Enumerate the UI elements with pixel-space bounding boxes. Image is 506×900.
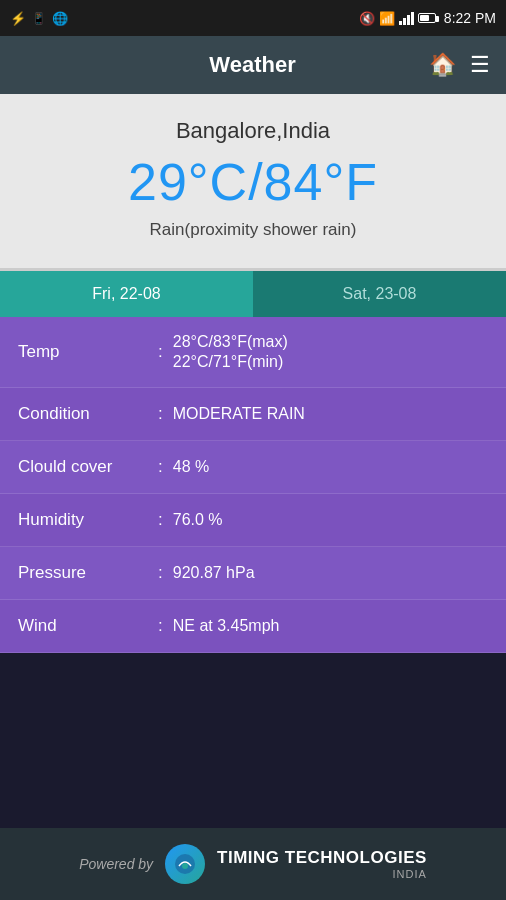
table-row: Humidity : 76.0 %: [0, 494, 506, 547]
globe-icon: 🌐: [52, 11, 68, 26]
temp-min: 22°C/71°F(min): [173, 353, 288, 371]
brand-info: Timing Technologies INDIA: [217, 848, 427, 880]
row-sep-wind: :: [158, 616, 163, 636]
row-sep-temp: :: [158, 342, 163, 362]
temp-max: 28°C/83°F(max): [173, 333, 288, 351]
tab-fri-label: Fri, 22-08: [92, 285, 160, 303]
powered-by-label: Powered by: [79, 856, 153, 872]
row-sep-pressure: :: [158, 563, 163, 583]
weather-data-table: Temp : 28°C/83°F(max) 22°C/71°F(min) Con…: [0, 317, 506, 653]
row-label-pressure: Pressure: [18, 563, 158, 583]
wifi-icon: 📶: [379, 11, 395, 26]
battery-icon: [418, 13, 436, 23]
row-value-pressure: 920.87 hPa: [173, 564, 255, 582]
row-sep-cloud: :: [158, 457, 163, 477]
row-value-cloud: 48 %: [173, 458, 209, 476]
city-name: Bangalore,India: [20, 118, 486, 144]
row-label-cloud: Clould cover: [18, 457, 158, 477]
header-actions: 🏠 ☰: [429, 52, 490, 78]
svg-point-1: [182, 863, 188, 869]
temperature-display: 29°C/84°F: [20, 152, 486, 212]
status-right-icons: 🔇 📶 8:22 PM: [359, 10, 496, 26]
mute-icon: 🔇: [359, 11, 375, 26]
weather-condition: Rain(proximity shower rain): [20, 220, 486, 240]
app-footer: Powered by Timing Technologies INDIA: [0, 828, 506, 900]
time-display: 8:22 PM: [444, 10, 496, 26]
tab-sat-label: Sat, 23-08: [343, 285, 417, 303]
row-sep-humidity: :: [158, 510, 163, 530]
brand-sub: INDIA: [217, 868, 427, 880]
row-value-humidity: 76.0 %: [173, 511, 223, 529]
row-label-temp: Temp: [18, 342, 158, 362]
row-label-condition: Condition: [18, 404, 158, 424]
signal-icon: [399, 11, 414, 25]
tab-fri[interactable]: Fri, 22-08: [0, 271, 253, 317]
menu-icon[interactable]: ☰: [470, 52, 490, 78]
app-header: Weather 🏠 ☰: [0, 36, 506, 94]
row-sep-condition: :: [158, 404, 163, 424]
usb-icon: ⚡: [10, 11, 26, 26]
weather-card: Bangalore,India 29°C/84°F Rain(proximity…: [0, 94, 506, 271]
row-label-humidity: Humidity: [18, 510, 158, 530]
date-tabs: Fri, 22-08 Sat, 23-08: [0, 271, 506, 317]
table-row: Wind : NE at 3.45mph: [0, 600, 506, 653]
status-left-icons: ⚡ 📱 🌐: [10, 11, 68, 26]
brand-name: Timing Technologies: [217, 848, 427, 868]
table-row: Clould cover : 48 %: [0, 441, 506, 494]
row-label-wind: Wind: [18, 616, 158, 636]
row-value-wind: NE at 3.45mph: [173, 617, 280, 635]
table-row: Condition : MODERATE RAIN: [0, 388, 506, 441]
status-bar: ⚡ 📱 🌐 🔇 📶 8:22 PM: [0, 0, 506, 36]
page-title: Weather: [76, 52, 429, 78]
brand-logo-icon: [173, 852, 197, 876]
tab-sat[interactable]: Sat, 23-08: [253, 271, 506, 317]
table-row: Temp : 28°C/83°F(max) 22°C/71°F(min): [0, 317, 506, 388]
home-icon[interactable]: 🏠: [429, 52, 456, 78]
table-row: Pressure : 920.87 hPa: [0, 547, 506, 600]
sim-icon: 📱: [32, 12, 46, 25]
brand-logo: [165, 844, 205, 884]
row-value-temp: 28°C/83°F(max) 22°C/71°F(min): [173, 333, 288, 371]
row-value-condition: MODERATE RAIN: [173, 405, 305, 423]
